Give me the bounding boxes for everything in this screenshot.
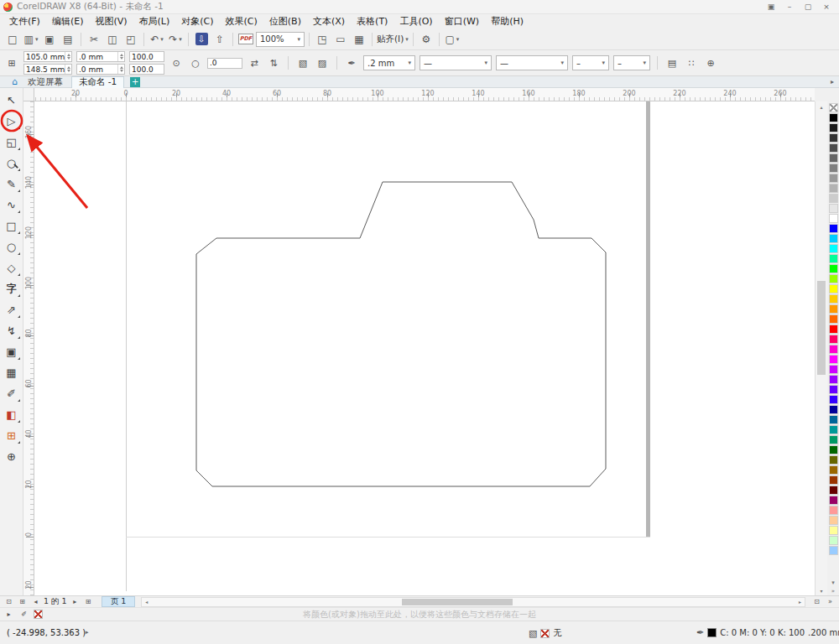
menu-item[interactable]: 位图(B) — [263, 14, 307, 29]
palette-swatch[interactable] — [829, 274, 838, 283]
palette-swatch[interactable] — [829, 425, 838, 434]
palette-swatch[interactable] — [829, 174, 838, 183]
menu-item[interactable]: 帮助(H) — [485, 14, 529, 29]
palette-swatch[interactable] — [829, 546, 838, 555]
tab-scroll-right-icon[interactable]: ▸ — [831, 78, 834, 86]
palette-swatch[interactable] — [829, 385, 838, 394]
palette-swatch[interactable] — [829, 133, 838, 143]
palette-swatch[interactable] — [829, 264, 838, 273]
palette-swatch[interactable] — [829, 496, 838, 505]
connector-tool[interactable]: ↯ — [2, 320, 22, 340]
horizontal-scrollbar-thumb[interactable] — [402, 599, 513, 605]
menu-item[interactable]: 视图(V) — [89, 14, 133, 29]
scale-with-object-button[interactable]: ▧ — [295, 55, 310, 70]
palette-swatch[interactable] — [829, 284, 838, 293]
scroll-up-icon[interactable]: ▴ — [816, 101, 827, 112]
tab-document[interactable]: 未命名 -1 — [71, 76, 124, 88]
zoom-level-select[interactable]: 100% ▾ — [256, 32, 305, 47]
transparency-tool[interactable]: ▦ — [2, 362, 22, 382]
more-options-button[interactable]: ⊕ — [703, 55, 718, 70]
palette-swatch[interactable] — [829, 184, 838, 193]
no-color-swatch[interactable] — [829, 103, 838, 112]
palette-swatch[interactable] — [829, 143, 838, 153]
menu-item[interactable]: 文件(F) — [3, 14, 46, 29]
print-button[interactable]: ▤ — [60, 31, 76, 48]
menu-item[interactable]: 表格(T) — [351, 14, 393, 29]
paste-button[interactable]: ◰ — [122, 31, 139, 48]
menu-item[interactable]: 工具(O) — [393, 14, 438, 29]
color-eyedropper-tool[interactable]: ✐ — [2, 383, 22, 403]
palette-swatch[interactable] — [829, 254, 838, 263]
palette-swatch[interactable] — [829, 526, 838, 535]
palette-swatch[interactable] — [829, 486, 838, 495]
close-button[interactable]: × — [817, 1, 836, 13]
palette-swatch[interactable] — [829, 194, 838, 203]
palette-expand-icon[interactable]: » — [831, 587, 835, 595]
prev-page-button[interactable]: ◂ — [30, 597, 41, 607]
palette-swatch[interactable] — [829, 435, 838, 444]
page-options-icon[interactable]: ⊡ — [3, 597, 14, 607]
ruler-origin-box[interactable] — [23, 88, 34, 101]
redo-button[interactable]: ↷▾ — [167, 31, 184, 48]
snap-to-dropdown[interactable]: 贴齐(I)▾ — [377, 31, 409, 48]
interactive-fill-tool[interactable]: ◧ — [2, 404, 22, 424]
palette-swatch[interactable] — [829, 204, 838, 213]
treat-as-filled-button[interactable]: ▨ — [315, 55, 330, 70]
scroll-down-icon[interactable]: ▾ — [816, 585, 827, 595]
menu-item[interactable]: 文本(X) — [307, 14, 351, 29]
export-button[interactable]: ⇧ — [211, 31, 228, 48]
spinner[interactable] — [117, 52, 124, 61]
palette-swatch[interactable] — [829, 164, 838, 173]
page-height-field[interactable]: 148.5 mm — [23, 64, 72, 75]
palette-swatch[interactable] — [829, 355, 838, 364]
drawing-canvas[interactable] — [34, 101, 815, 595]
pick-tool[interactable]: ↖ — [2, 90, 22, 110]
palette-swatch[interactable] — [829, 123, 838, 132]
palette-swatch[interactable] — [829, 294, 838, 304]
horizontal-ruler[interactable]: 20020406080100120140160180200220240260 — [34, 88, 815, 101]
spinner[interactable] — [65, 65, 71, 74]
options-button[interactable]: ⚙ — [418, 31, 435, 48]
show-grid-button[interactable]: ▦ — [351, 31, 367, 48]
mirror-vertical-button[interactable]: ⇅ — [266, 55, 281, 70]
next-page-button[interactable]: ▸ — [70, 597, 81, 607]
ellipse-tool[interactable]: ○ — [2, 236, 22, 257]
palette-options-icon[interactable]: » — [825, 597, 836, 607]
palette-swatch[interactable] — [829, 405, 838, 414]
rotation-field[interactable]: .0 — [207, 58, 242, 69]
palette-swatch[interactable] — [829, 335, 838, 344]
app-badge-icon[interactable]: ▣ — [762, 1, 780, 13]
polygon-tool[interactable]: ◇ — [2, 257, 22, 278]
wrap-text-button[interactable]: ▤ — [664, 55, 680, 70]
spinner[interactable] — [117, 65, 124, 74]
line-style-select[interactable]: —▾ — [420, 55, 492, 70]
position-x-field[interactable]: .0 mm — [76, 51, 125, 62]
mirror-horizontal-button[interactable]: ⇄ — [247, 55, 262, 70]
drop-shadow-tool[interactable]: ▣ — [2, 341, 22, 361]
palette-swatch[interactable] — [829, 506, 838, 515]
minimize-button[interactable]: – — [780, 1, 799, 13]
palette-swatch[interactable] — [829, 234, 838, 243]
eyedropper-icon[interactable]: ✐ — [18, 610, 29, 620]
no-color-well[interactable] — [34, 610, 43, 619]
menu-item[interactable]: 布局(L) — [133, 14, 176, 29]
palette-swatch[interactable] — [829, 375, 838, 384]
import-button[interactable]: ⇩ — [193, 31, 210, 48]
palette-swatch[interactable] — [829, 345, 838, 354]
palette-swatch[interactable] — [829, 445, 838, 454]
position-y-field[interactable]: .0 mm — [76, 64, 125, 75]
new-document-button[interactable]: □ — [4, 31, 21, 48]
fit-page-icon[interactable]: ⊡ — [811, 597, 822, 607]
add-page-end-button[interactable]: ⊞ — [83, 597, 94, 607]
smart-fill-tool[interactable]: ⊞ — [2, 425, 22, 445]
page-width-field[interactable]: 105.0 mm — [23, 51, 72, 62]
palette-scroll-down-icon[interactable]: ▾ — [831, 579, 835, 587]
crop-tool[interactable]: ◱ — [2, 132, 22, 152]
add-tools-button[interactable]: ⊕ — [2, 446, 22, 466]
save-button[interactable]: ▣ — [41, 31, 58, 48]
tab-welcome[interactable]: 欢迎屏幕 — [21, 76, 70, 88]
menu-item[interactable]: 编辑(E) — [46, 14, 90, 29]
scale-x-field[interactable]: 100.0 — [129, 51, 164, 62]
palette-swatch[interactable] — [829, 325, 838, 334]
outline-color-swatch[interactable] — [707, 628, 717, 637]
